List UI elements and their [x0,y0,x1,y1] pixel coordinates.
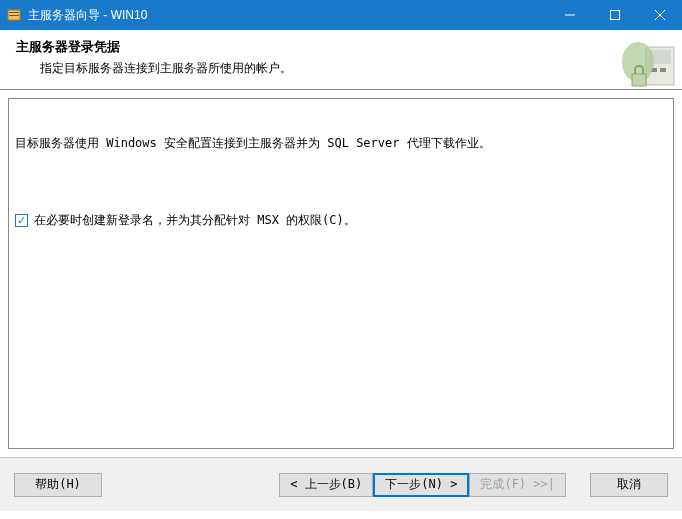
svg-rect-1 [9,12,19,13]
maximize-button[interactable] [592,0,637,30]
help-button[interactable]: 帮助(H) [14,473,102,497]
content-area: 目标服务器使用 Windows 安全配置连接到主服务器并为 SQL Server… [0,90,682,457]
finish-button: 完成(F) >>| [469,473,566,497]
svg-rect-2 [9,15,19,16]
svg-rect-4 [610,11,619,20]
checkmark-icon: ✓ [17,215,26,226]
header-graphic [618,32,678,88]
minimize-button[interactable] [547,0,592,30]
content-panel: 目标服务器使用 Windows 安全配置连接到主服务器并为 SQL Server… [8,98,674,449]
next-button-label: 下一步(N) > [385,476,457,493]
create-login-checkbox[interactable]: ✓ [15,214,28,227]
page-subtitle: 指定目标服务器连接到主服务器所使用的帐户。 [40,60,682,77]
back-button[interactable]: < 上一步(B) [279,473,373,497]
nav-button-group: < 上一步(B) 下一步(N) > 完成(F) >>| [279,473,566,497]
create-login-checkbox-label[interactable]: 在必要时创建新登录名，并为其分配针对 MSX 的权限(C)。 [34,212,356,229]
create-login-checkbox-row: ✓ 在必要时创建新登录名，并为其分配针对 MSX 的权限(C)。 [15,212,667,229]
page-title: 主服务器登录凭据 [16,38,682,56]
close-button[interactable] [637,0,682,30]
window-title: 主服务器向导 - WIN10 [28,7,547,24]
svg-rect-10 [660,68,666,72]
titlebar: 主服务器向导 - WIN10 [0,0,682,30]
description-text: 目标服务器使用 Windows 安全配置连接到主服务器并为 SQL Server… [15,135,667,152]
cancel-button[interactable]: 取消 [590,473,668,497]
svg-rect-12 [632,74,646,86]
next-button[interactable]: 下一步(N) > [373,473,469,497]
button-bar: 帮助(H) < 上一步(B) 下一步(N) > 完成(F) >>| 取消 [0,457,682,511]
app-icon [6,7,22,23]
window-controls [547,0,682,30]
wizard-header: 主服务器登录凭据 指定目标服务器连接到主服务器所使用的帐户。 [0,30,682,90]
